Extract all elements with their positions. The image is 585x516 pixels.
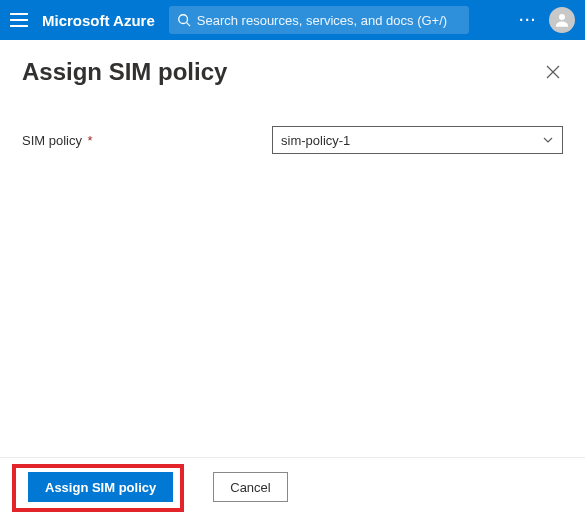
svg-point-2 [559,14,565,20]
topbar-actions: ··· [519,7,575,33]
cancel-button[interactable]: Cancel [213,472,287,502]
sim-policy-label: SIM policy * [22,133,272,148]
sim-policy-row: SIM policy * sim-policy-1 [22,126,563,154]
svg-point-0 [179,15,188,24]
search-icon [177,13,191,27]
avatar[interactable] [549,7,575,33]
azure-topbar: Microsoft Azure ··· [0,0,585,40]
chevron-down-icon [542,134,554,146]
close-button[interactable] [543,62,563,82]
close-icon [546,65,560,79]
brand-title: Microsoft Azure [42,12,155,29]
menu-icon[interactable] [10,11,28,29]
required-marker: * [88,133,93,148]
more-icon[interactable]: ··· [519,12,537,28]
person-icon [553,11,571,29]
sim-policy-dropdown[interactable]: sim-policy-1 [272,126,563,154]
global-search[interactable] [169,6,469,34]
panel-footer: Assign SIM policy Cancel [0,457,585,516]
assign-sim-policy-panel: Assign SIM policy SIM policy * sim-polic… [0,40,585,457]
label-text: SIM policy [22,133,82,148]
search-input[interactable] [197,13,461,28]
svg-line-1 [186,23,190,27]
panel-header: Assign SIM policy [22,58,563,86]
panel-title: Assign SIM policy [22,58,227,86]
assign-sim-policy-button[interactable]: Assign SIM policy [28,472,173,502]
dropdown-value: sim-policy-1 [281,133,350,148]
